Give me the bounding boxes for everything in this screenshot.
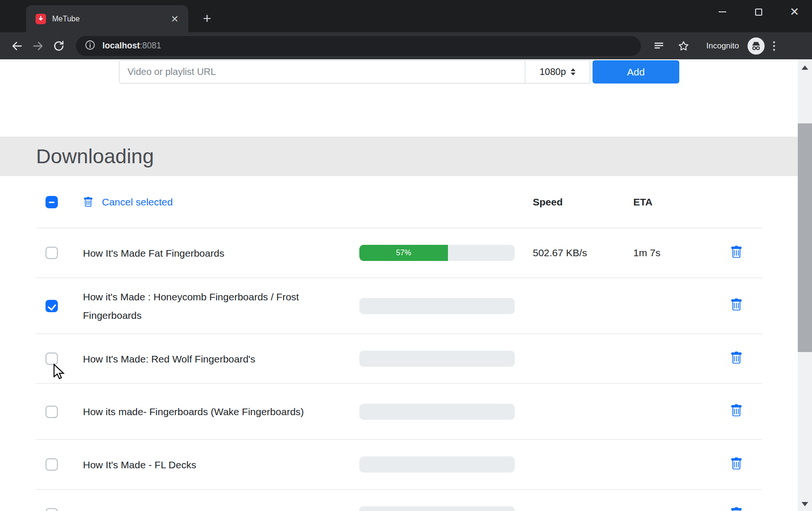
- browser-tab[interactable]: MeTube ✕: [26, 5, 188, 32]
- table-row: [36, 490, 762, 511]
- progress-bar: [359, 298, 515, 314]
- add-button[interactable]: Add: [593, 60, 679, 84]
- minimize-button[interactable]: [715, 5, 730, 19]
- progress-bar: [359, 506, 515, 511]
- row-checkbox[interactable]: [46, 247, 58, 259]
- row-checkbox[interactable]: [46, 458, 58, 471]
- download-title: How it's Made : Honeycomb Fingerboards /…: [58, 288, 359, 325]
- page-info-icon[interactable]: [84, 39, 96, 53]
- table-row: How it's Made : Honeycomb Fingerboards /…: [36, 278, 762, 334]
- incognito-label: Incognito: [706, 41, 739, 51]
- tab-title: MeTube: [52, 15, 168, 23]
- row-checkbox[interactable]: [46, 300, 58, 312]
- download-title: How It's Made - FL Decks: [58, 455, 359, 474]
- address-bar[interactable]: localhost:8081: [76, 36, 641, 56]
- table-row: How its made- Fingerboards (Wake Fingerb…: [36, 384, 762, 440]
- new-tab-button[interactable]: +: [203, 11, 211, 26]
- download-title: How It's Made Fat Fingerboards: [58, 244, 359, 262]
- browser-toolbar: localhost:8081 Incognito: [0, 32, 812, 59]
- maximize-button[interactable]: [751, 5, 766, 19]
- select-all-checkbox[interactable]: [46, 196, 58, 208]
- quality-select[interactable]: 1080p: [525, 60, 590, 84]
- url-text: localhost:8081: [102, 41, 161, 51]
- row-checkbox[interactable]: [46, 406, 58, 418]
- forward-icon[interactable]: [27, 40, 48, 52]
- downloading-section-header: Downloading: [0, 137, 798, 176]
- downloads-table: Cancel selected Speed ETA How It's Made …: [36, 176, 762, 511]
- scroll-down-icon[interactable]: [798, 497, 812, 511]
- progress-bar: 57%: [359, 245, 515, 261]
- browser-window: MeTube ✕ + ✕ localhost:8081: [0, 0, 812, 511]
- delete-download-button[interactable]: [730, 352, 743, 364]
- back-icon[interactable]: [7, 40, 27, 52]
- delete-download-button[interactable]: [730, 507, 743, 511]
- download-title: How It's Made: Red Wolf Fingerboard's: [58, 350, 359, 368]
- delete-download-button[interactable]: [730, 457, 743, 470]
- progress-bar: [359, 456, 515, 473]
- close-button[interactable]: ✕: [787, 5, 802, 19]
- delete-download-button[interactable]: [730, 298, 743, 311]
- cancel-selected-label: Cancel selected: [102, 193, 173, 211]
- menu-dots-icon[interactable]: [773, 41, 775, 51]
- page-content: 1080p Add Downloading Cancel selected: [0, 59, 798, 511]
- download-rows: How It's Made Fat Fingerboards 57% 502.6…: [36, 228, 762, 511]
- progress-fill: 57%: [359, 245, 448, 261]
- download-eta: 1m 7s: [633, 247, 730, 259]
- metube-favicon-icon: [36, 14, 46, 24]
- table-row: How It's Made - FL Decks: [36, 440, 762, 490]
- delete-download-button[interactable]: [730, 404, 743, 417]
- page-scrollbar[interactable]: [798, 59, 812, 511]
- quality-value: 1080p: [539, 66, 566, 77]
- tab-strip: MeTube ✕ + ✕: [0, 0, 812, 32]
- progress-label: 57%: [396, 249, 411, 257]
- mouse-cursor: [53, 363, 65, 380]
- progress-bar: [359, 351, 515, 367]
- scroll-up-icon[interactable]: [798, 60, 812, 74]
- download-title: How its made- Fingerboards (Wake Fingerb…: [58, 402, 359, 421]
- eta-column-header: ETA: [633, 196, 730, 208]
- reading-list-icon[interactable]: [648, 40, 669, 52]
- incognito-avatar-icon[interactable]: [748, 37, 765, 55]
- select-arrows-icon: [571, 68, 575, 75]
- table-header-row: Cancel selected Speed ETA: [36, 176, 762, 228]
- table-row: How It's Made Fat Fingerboards 57% 502.6…: [36, 228, 762, 278]
- cancel-selected-button[interactable]: Cancel selected: [83, 193, 326, 211]
- trash-icon: [83, 197, 93, 207]
- row-checkbox[interactable]: [46, 508, 58, 511]
- bookmark-star-icon[interactable]: [673, 40, 694, 52]
- tab-close-icon[interactable]: ✕: [168, 13, 182, 25]
- section-title: Downloading: [36, 145, 154, 168]
- video-url-input[interactable]: [119, 60, 525, 84]
- scrollbar-thumb[interactable]: [798, 123, 812, 352]
- speed-column-header: Speed: [515, 196, 633, 208]
- download-speed: 502.67 KB/s: [515, 247, 633, 259]
- reload-icon[interactable]: [48, 40, 69, 52]
- add-download-form: 1080p Add: [119, 60, 798, 84]
- delete-download-button[interactable]: [730, 246, 743, 259]
- progress-bar: [359, 404, 515, 420]
- table-row: How It's Made: Red Wolf Fingerboard's: [36, 334, 762, 384]
